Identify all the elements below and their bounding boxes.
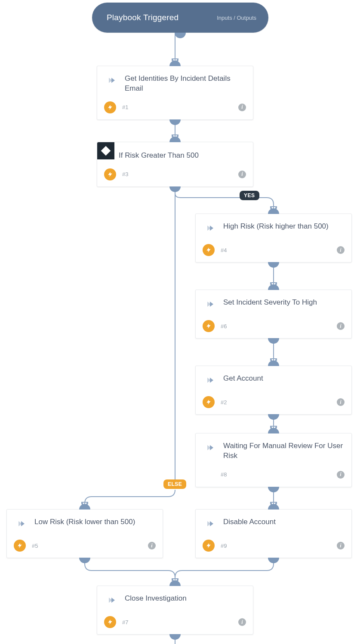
port-out xyxy=(268,552,279,563)
port-out xyxy=(268,256,279,268)
task-card-5[interactable]: Low Risk (Risk lower than 500) #5 i xyxy=(6,509,163,558)
info-icon[interactable]: i xyxy=(337,322,345,330)
step-number: #6 xyxy=(221,323,227,330)
port-in xyxy=(169,580,181,592)
info-icon[interactable]: i xyxy=(337,471,345,479)
port-in xyxy=(268,360,279,372)
branch-label-yes: YES xyxy=(240,191,259,200)
bolt-icon xyxy=(104,168,116,180)
task-card-6[interactable]: Set Incident Severity To High #6 i xyxy=(195,290,352,339)
task-icon xyxy=(203,440,219,456)
bolt-icon xyxy=(203,244,215,256)
bolt-icon xyxy=(104,101,116,113)
task-title: Set Incident Severity To High xyxy=(223,297,345,308)
step-number: #3 xyxy=(122,171,128,177)
port-in xyxy=(169,137,181,148)
task-icon xyxy=(203,220,219,236)
task-icon xyxy=(104,592,120,608)
bolt-placeholder xyxy=(203,469,215,481)
playbook-canvas: Playbook Triggered Inputs / Outputs Get … xyxy=(0,0,357,644)
task-icon xyxy=(14,516,30,532)
task-icon xyxy=(104,72,120,89)
task-title: If Risk Greater Than 500 xyxy=(119,149,246,161)
port-out xyxy=(169,629,181,640)
step-number: #2 xyxy=(221,399,227,406)
task-icon xyxy=(203,296,219,312)
port-out xyxy=(268,409,279,420)
task-title: Get Account xyxy=(223,373,345,384)
bolt-icon xyxy=(203,540,215,552)
inputs-outputs-link[interactable]: Inputs / Outputs xyxy=(217,15,256,21)
step-number: #4 xyxy=(221,247,227,253)
task-card-4[interactable]: High Risk (Risk higher than 500) #4 i xyxy=(195,214,352,262)
task-title: Close Investigation xyxy=(125,593,246,604)
port-out xyxy=(175,27,186,38)
step-number: #7 xyxy=(122,619,128,626)
task-title: Waiting For Manual Review For User Risk xyxy=(223,440,345,461)
info-icon[interactable]: i xyxy=(337,542,345,549)
info-icon[interactable]: i xyxy=(337,246,345,254)
bolt-icon xyxy=(104,616,116,628)
task-card-9[interactable]: Disable Account #9 i xyxy=(195,509,352,558)
task-title: Low Risk (Risk lower than 500) xyxy=(34,516,156,527)
step-number: #8 xyxy=(221,471,227,478)
port-in xyxy=(268,284,279,296)
info-icon[interactable]: i xyxy=(238,104,246,111)
port-in xyxy=(79,504,90,515)
bolt-icon xyxy=(203,320,215,332)
info-icon[interactable]: i xyxy=(238,171,246,178)
port-in xyxy=(169,61,181,72)
port-out xyxy=(169,181,181,192)
port-out xyxy=(268,481,279,492)
port-in xyxy=(268,428,279,439)
step-number: #5 xyxy=(32,543,38,549)
info-icon[interactable]: i xyxy=(238,618,246,626)
trigger-node[interactable]: Playbook Triggered Inputs / Outputs xyxy=(92,3,268,33)
task-card-1[interactable]: Get Identities By Incident Details Email… xyxy=(97,66,253,120)
port-out xyxy=(169,114,181,125)
bolt-icon xyxy=(14,540,26,552)
task-title: Disable Account xyxy=(223,516,345,527)
task-title: High Risk (Risk higher than 500) xyxy=(223,221,345,232)
branch-label-else: ELSE xyxy=(163,479,186,489)
condition-card-3[interactable]: If Risk Greater Than 500 #3 i xyxy=(97,142,253,187)
step-number: #9 xyxy=(221,543,227,549)
condition-icon xyxy=(97,142,114,159)
trigger-title: Playbook Triggered xyxy=(107,13,217,22)
port-out xyxy=(79,552,90,563)
bolt-icon xyxy=(203,396,215,408)
task-card-7[interactable]: Close Investigation #7 i xyxy=(97,586,253,635)
info-icon[interactable]: i xyxy=(148,542,156,549)
task-title: Get Identities By Incident Details Email xyxy=(125,73,246,94)
port-in xyxy=(268,208,279,220)
info-icon[interactable]: i xyxy=(337,398,345,406)
task-icon xyxy=(203,372,219,388)
task-card-2[interactable]: Get Account #2 i xyxy=(195,366,352,415)
port-in xyxy=(268,504,279,515)
task-icon xyxy=(203,516,219,532)
port-out xyxy=(268,333,279,344)
step-number: #1 xyxy=(122,104,128,110)
task-card-8[interactable]: Waiting For Manual Review For User Risk … xyxy=(195,433,352,487)
